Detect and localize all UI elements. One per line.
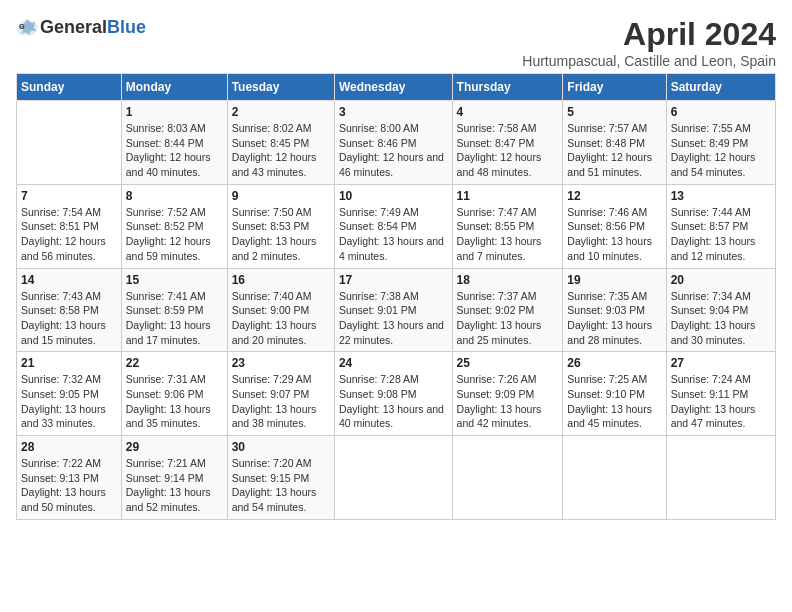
day-info: Sunrise: 7:40 AMSunset: 9:00 PMDaylight:… <box>232 289 330 348</box>
day-info: Sunrise: 8:03 AMSunset: 8:44 PMDaylight:… <box>126 121 223 180</box>
day-number: 10 <box>339 189 448 203</box>
weekday-header-wednesday: Wednesday <box>334 74 452 101</box>
day-info: Sunrise: 7:44 AMSunset: 8:57 PMDaylight:… <box>671 205 771 264</box>
calendar-week-row: 1Sunrise: 8:03 AMSunset: 8:44 PMDaylight… <box>17 101 776 185</box>
day-info: Sunrise: 8:02 AMSunset: 8:45 PMDaylight:… <box>232 121 330 180</box>
calendar-cell: 29Sunrise: 7:21 AMSunset: 9:14 PMDayligh… <box>121 436 227 520</box>
day-info: Sunrise: 7:31 AMSunset: 9:06 PMDaylight:… <box>126 372 223 431</box>
day-info: Sunrise: 7:43 AMSunset: 8:58 PMDaylight:… <box>21 289 117 348</box>
day-info: Sunrise: 7:50 AMSunset: 8:53 PMDaylight:… <box>232 205 330 264</box>
day-info: Sunrise: 7:57 AMSunset: 8:48 PMDaylight:… <box>567 121 661 180</box>
day-number: 9 <box>232 189 330 203</box>
day-info: Sunrise: 7:55 AMSunset: 8:49 PMDaylight:… <box>671 121 771 180</box>
calendar-cell: 14Sunrise: 7:43 AMSunset: 8:58 PMDayligh… <box>17 268 122 352</box>
day-number: 7 <box>21 189 117 203</box>
calendar-cell: 15Sunrise: 7:41 AMSunset: 8:59 PMDayligh… <box>121 268 227 352</box>
day-info: Sunrise: 7:22 AMSunset: 9:13 PMDaylight:… <box>21 456 117 515</box>
weekday-header-saturday: Saturday <box>666 74 775 101</box>
calendar-cell: 27Sunrise: 7:24 AMSunset: 9:11 PMDayligh… <box>666 352 775 436</box>
calendar-cell: 18Sunrise: 7:37 AMSunset: 9:02 PMDayligh… <box>452 268 563 352</box>
day-number: 19 <box>567 273 661 287</box>
calendar-cell: 6Sunrise: 7:55 AMSunset: 8:49 PMDaylight… <box>666 101 775 185</box>
calendar-cell <box>666 436 775 520</box>
calendar-table: SundayMondayTuesdayWednesdayThursdayFrid… <box>16 73 776 520</box>
day-number: 26 <box>567 356 661 370</box>
day-number: 20 <box>671 273 771 287</box>
calendar-cell: 1Sunrise: 8:03 AMSunset: 8:44 PMDaylight… <box>121 101 227 185</box>
day-number: 4 <box>457 105 559 119</box>
day-info: Sunrise: 7:32 AMSunset: 9:05 PMDaylight:… <box>21 372 117 431</box>
calendar-cell <box>452 436 563 520</box>
day-number: 28 <box>21 440 117 454</box>
calendar-cell: 9Sunrise: 7:50 AMSunset: 8:53 PMDaylight… <box>227 184 334 268</box>
day-number: 25 <box>457 356 559 370</box>
calendar-cell: 2Sunrise: 8:02 AMSunset: 8:45 PMDaylight… <box>227 101 334 185</box>
day-number: 16 <box>232 273 330 287</box>
calendar-cell: 5Sunrise: 7:57 AMSunset: 8:48 PMDaylight… <box>563 101 666 185</box>
day-info: Sunrise: 7:29 AMSunset: 9:07 PMDaylight:… <box>232 372 330 431</box>
calendar-cell: 24Sunrise: 7:28 AMSunset: 9:08 PMDayligh… <box>334 352 452 436</box>
calendar-cell <box>17 101 122 185</box>
day-number: 15 <box>126 273 223 287</box>
calendar-cell: 23Sunrise: 7:29 AMSunset: 9:07 PMDayligh… <box>227 352 334 436</box>
day-number: 13 <box>671 189 771 203</box>
logo-text-general: General <box>40 17 107 38</box>
calendar-week-row: 21Sunrise: 7:32 AMSunset: 9:05 PMDayligh… <box>17 352 776 436</box>
logo-icon: G <box>16 16 38 38</box>
calendar-cell: 11Sunrise: 7:47 AMSunset: 8:55 PMDayligh… <box>452 184 563 268</box>
title-block: April 2024 Hurtumpascual, Castille and L… <box>522 16 776 69</box>
day-info: Sunrise: 7:54 AMSunset: 8:51 PMDaylight:… <box>21 205 117 264</box>
calendar-cell: 28Sunrise: 7:22 AMSunset: 9:13 PMDayligh… <box>17 436 122 520</box>
day-info: Sunrise: 7:58 AMSunset: 8:47 PMDaylight:… <box>457 121 559 180</box>
calendar-cell: 22Sunrise: 7:31 AMSunset: 9:06 PMDayligh… <box>121 352 227 436</box>
day-info: Sunrise: 7:28 AMSunset: 9:08 PMDaylight:… <box>339 372 448 431</box>
day-number: 24 <box>339 356 448 370</box>
day-info: Sunrise: 7:24 AMSunset: 9:11 PMDaylight:… <box>671 372 771 431</box>
logo: G GeneralBlue <box>16 16 146 38</box>
calendar-cell: 30Sunrise: 7:20 AMSunset: 9:15 PMDayligh… <box>227 436 334 520</box>
day-info: Sunrise: 7:49 AMSunset: 8:54 PMDaylight:… <box>339 205 448 264</box>
day-info: Sunrise: 7:21 AMSunset: 9:14 PMDaylight:… <box>126 456 223 515</box>
day-info: Sunrise: 8:00 AMSunset: 8:46 PMDaylight:… <box>339 121 448 180</box>
day-info: Sunrise: 7:37 AMSunset: 9:02 PMDaylight:… <box>457 289 559 348</box>
weekday-header-sunday: Sunday <box>17 74 122 101</box>
page-header: G GeneralBlue April 2024 Hurtumpascual, … <box>16 16 776 69</box>
logo-text-blue: Blue <box>107 17 146 38</box>
main-title: April 2024 <box>522 16 776 53</box>
sub-title: Hurtumpascual, Castille and Leon, Spain <box>522 53 776 69</box>
calendar-week-row: 28Sunrise: 7:22 AMSunset: 9:13 PMDayligh… <box>17 436 776 520</box>
calendar-cell: 16Sunrise: 7:40 AMSunset: 9:00 PMDayligh… <box>227 268 334 352</box>
calendar-week-row: 7Sunrise: 7:54 AMSunset: 8:51 PMDaylight… <box>17 184 776 268</box>
day-number: 18 <box>457 273 559 287</box>
day-info: Sunrise: 7:35 AMSunset: 9:03 PMDaylight:… <box>567 289 661 348</box>
day-number: 11 <box>457 189 559 203</box>
day-info: Sunrise: 7:52 AMSunset: 8:52 PMDaylight:… <box>126 205 223 264</box>
day-info: Sunrise: 7:41 AMSunset: 8:59 PMDaylight:… <box>126 289 223 348</box>
day-number: 3 <box>339 105 448 119</box>
calendar-week-row: 14Sunrise: 7:43 AMSunset: 8:58 PMDayligh… <box>17 268 776 352</box>
calendar-cell: 7Sunrise: 7:54 AMSunset: 8:51 PMDaylight… <box>17 184 122 268</box>
weekday-header-thursday: Thursday <box>452 74 563 101</box>
calendar-header-row: SundayMondayTuesdayWednesdayThursdayFrid… <box>17 74 776 101</box>
calendar-cell <box>334 436 452 520</box>
day-number: 2 <box>232 105 330 119</box>
day-number: 5 <box>567 105 661 119</box>
day-number: 22 <box>126 356 223 370</box>
svg-text:G: G <box>19 22 25 31</box>
calendar-cell: 13Sunrise: 7:44 AMSunset: 8:57 PMDayligh… <box>666 184 775 268</box>
calendar-cell: 10Sunrise: 7:49 AMSunset: 8:54 PMDayligh… <box>334 184 452 268</box>
day-info: Sunrise: 7:25 AMSunset: 9:10 PMDaylight:… <box>567 372 661 431</box>
day-number: 23 <box>232 356 330 370</box>
calendar-cell: 12Sunrise: 7:46 AMSunset: 8:56 PMDayligh… <box>563 184 666 268</box>
day-number: 14 <box>21 273 117 287</box>
day-number: 30 <box>232 440 330 454</box>
calendar-cell: 21Sunrise: 7:32 AMSunset: 9:05 PMDayligh… <box>17 352 122 436</box>
calendar-cell: 3Sunrise: 8:00 AMSunset: 8:46 PMDaylight… <box>334 101 452 185</box>
calendar-cell: 25Sunrise: 7:26 AMSunset: 9:09 PMDayligh… <box>452 352 563 436</box>
calendar-cell: 19Sunrise: 7:35 AMSunset: 9:03 PMDayligh… <box>563 268 666 352</box>
weekday-header-monday: Monday <box>121 74 227 101</box>
calendar-cell: 4Sunrise: 7:58 AMSunset: 8:47 PMDaylight… <box>452 101 563 185</box>
calendar-cell <box>563 436 666 520</box>
day-number: 1 <box>126 105 223 119</box>
weekday-header-tuesday: Tuesday <box>227 74 334 101</box>
